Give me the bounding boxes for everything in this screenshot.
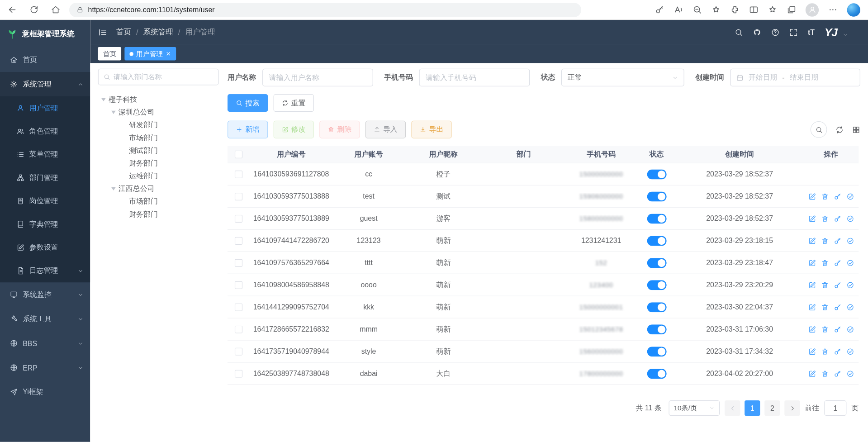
row-edit-button[interactable] [808,303,816,311]
sidebar-item-4[interactable]: BBS [0,331,90,356]
page-1-button[interactable]: 1 [745,400,760,416]
question-icon[interactable] [771,28,779,36]
row-edit-button[interactable] [808,347,816,355]
sidebar-item-5[interactable]: ERP [0,356,90,380]
tab-用户管理[interactable]: 用户管理 [124,47,176,60]
row-checkbox[interactable] [235,170,242,178]
row-assign-role-button[interactable] [846,347,854,355]
row-edit-button[interactable] [808,325,816,333]
toggle-search-icon[interactable] [811,121,827,138]
sidebar-item-3[interactable]: 系统工具 [0,307,90,331]
sidebar-subitem[interactable]: 用户管理 [0,96,90,119]
tree-node[interactable]: 市场部门 [98,131,219,144]
import-button[interactable]: 导入 [365,121,406,138]
row-delete-button[interactable] [821,303,828,311]
row-delete-button[interactable] [821,237,828,244]
row-assign-role-button[interactable] [846,214,854,222]
sidebar-subitem[interactable]: 部门管理 [0,166,90,189]
next-page-button[interactable] [784,400,800,416]
caret-down-icon[interactable] [111,110,116,114]
tree-node[interactable]: 运维部门 [98,170,219,182]
brand-logo-mark[interactable]: YJ [825,26,837,38]
row-edit-button[interactable] [808,259,816,266]
tree-node[interactable]: 市场部门 [98,195,219,208]
row-delete-button[interactable] [821,370,828,377]
back-icon[interactable] [8,5,17,14]
search-icon[interactable] [735,28,743,36]
row-checkbox[interactable] [235,370,242,377]
sidebar-subitem[interactable]: 岗位管理 [0,190,90,213]
row-reset-password-button[interactable] [834,325,841,333]
breadcrumb-item[interactable]: 系统管理 [143,27,173,37]
split-screen-icon[interactable] [749,5,759,14]
caret-down-icon[interactable] [111,187,116,190]
row-assign-role-button[interactable] [846,370,854,377]
extensions-icon[interactable] [730,5,740,14]
search-button[interactable]: 搜索 [228,94,268,112]
refresh-icon[interactable] [835,125,844,133]
username-input[interactable] [262,69,373,86]
grid-icon[interactable] [852,125,860,133]
row-reset-password-button[interactable] [834,281,841,289]
row-delete-button[interactable] [821,259,828,266]
row-reset-password-button[interactable] [834,192,841,200]
row-reset-password-button[interactable] [834,237,841,244]
read-aloud-icon[interactable] [674,5,683,14]
page-2-button[interactable]: 2 [764,400,780,416]
sidebar-subitem[interactable]: 参数设置 [0,236,90,259]
fullscreen-icon[interactable] [790,28,798,36]
url-input[interactable] [88,5,574,14]
status-toggle[interactable] [647,302,666,312]
favorites-icon[interactable] [711,5,721,14]
row-checkbox[interactable] [235,192,242,200]
breadcrumb-item[interactable]: 首页 [116,27,131,37]
home-icon[interactable] [51,5,61,14]
row-checkbox[interactable] [235,347,242,355]
row-checkbox[interactable] [235,259,242,266]
tree-node[interactable]: 深圳总公司 [98,106,219,119]
key-icon[interactable] [655,5,664,14]
dept-search-box[interactable] [98,69,219,86]
row-reset-password-button[interactable] [834,214,841,222]
tree-node[interactable]: 江西总公司 [98,182,219,195]
select-all-checkbox[interactable] [235,151,242,158]
status-toggle[interactable] [647,258,666,268]
phone-input[interactable] [419,69,530,86]
row-reset-password-button[interactable] [834,259,841,266]
address-bar[interactable] [69,3,581,17]
row-edit-button[interactable] [808,192,816,200]
caret-down-icon[interactable] [101,98,106,101]
sidebar-subitem[interactable]: 日志管理 [0,259,90,282]
more-icon[interactable] [828,5,838,14]
sidebar-item-0[interactable]: 首页 [0,48,90,72]
status-toggle[interactable] [647,169,666,179]
row-assign-role-button[interactable] [846,237,854,244]
row-delete-button[interactable] [821,192,828,200]
add-button[interactable]: 新增 [228,121,268,138]
close-icon[interactable] [166,51,171,57]
export-button[interactable]: 导出 [411,121,451,138]
row-reset-password-button[interactable] [834,303,841,311]
tab-首页[interactable]: 首页 [98,47,121,60]
row-delete-button[interactable] [821,214,828,222]
status-toggle[interactable] [647,280,666,290]
row-assign-role-button[interactable] [846,192,854,200]
status-toggle[interactable] [647,347,666,356]
sidebar-subitem[interactable]: 字典管理 [0,213,90,236]
collections-icon[interactable] [787,5,796,14]
row-checkbox[interactable] [235,303,242,311]
date-range-picker[interactable]: 开始日期 - 结束日期 [730,69,860,86]
reload-icon[interactable] [29,5,39,14]
profile-icon[interactable] [806,3,819,16]
sidebar-subitem[interactable]: 角色管理 [0,119,90,143]
row-edit-button[interactable] [808,281,816,289]
font-size-icon[interactable]: tT [808,28,815,36]
tree-node[interactable]: 研发部门 [98,119,219,131]
zoom-out-icon[interactable] [693,5,702,14]
prev-page-button[interactable] [725,400,740,416]
row-reset-password-button[interactable] [834,370,841,377]
copilot-icon[interactable] [847,3,860,16]
row-delete-button[interactable] [821,281,828,289]
sidebar-subitem[interactable]: 菜单管理 [0,143,90,166]
row-delete-button[interactable] [821,347,828,355]
